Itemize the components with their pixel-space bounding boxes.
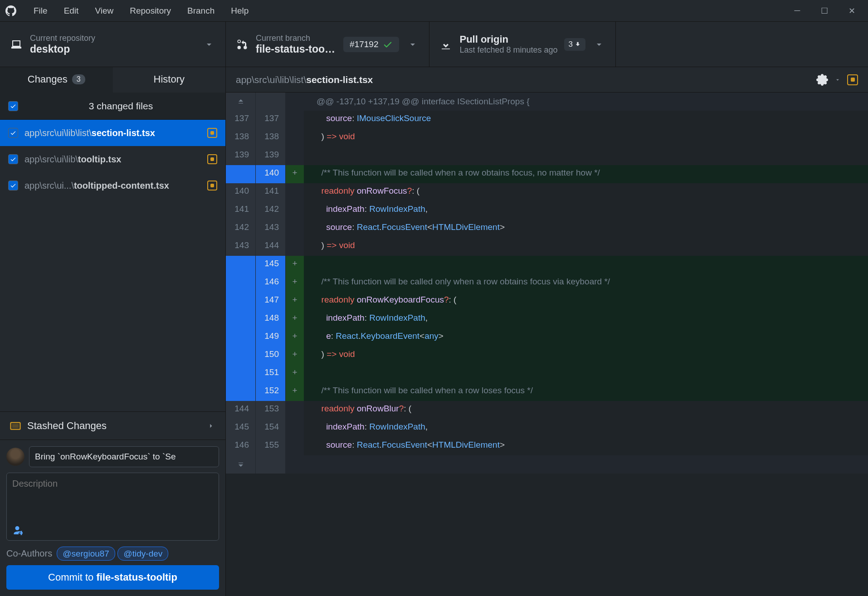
file-row[interactable]: app\src\ui...\tooltipped-content.tsx [0,172,225,199]
diff-marker [286,111,304,129]
line-number-new: 138 [256,129,286,147]
coauthor-pill[interactable]: @tidy-dev [117,547,168,561]
select-all-checkbox[interactable] [8,101,18,111]
menu-help[interactable]: Help [223,3,257,18]
line-number-new: 154 [256,419,286,437]
menu-repository[interactable]: Repository [122,3,179,18]
line-number-old [226,455,256,474]
diff-view[interactable]: @@ -137,10 +137,19 @@ interface ISection… [226,93,868,596]
line-number-new: 139 [256,147,286,165]
line-number-new [256,455,286,474]
repo-name: desktop [30,43,95,55]
file-path: app\src\ui\lib\list\section-list.tsx [24,128,203,138]
code-line: /** This function will be called only wh… [304,274,868,292]
hunk-header: @@ -137,10 +137,19 @@ interface ISection… [304,93,868,111]
diff-marker: + [286,274,304,292]
line-number-new: 144 [256,238,286,256]
line-number-old [226,310,256,328]
line-number-old: 143 [226,238,256,256]
pull-count: 3 [569,40,573,49]
menu-file[interactable]: File [25,3,56,18]
line-number-new: 145 [256,256,286,274]
line-number-new: 152 [256,383,286,401]
line-number-old: 138 [226,129,256,147]
github-logo-icon [5,5,16,16]
line-number-new: 142 [256,201,286,220]
line-number-old: 141 [226,201,256,220]
line-number-old: 146 [226,437,256,455]
code-line: ) => void [304,347,868,365]
sidebar: Changes 3 History 3 changed files app\sr… [0,67,226,596]
pr-badge[interactable]: #17192 [343,37,399,52]
commit-button[interactable]: Commit to file-status-tooltip [6,565,219,590]
line-number-new: 147 [256,292,286,310]
menu-view[interactable]: View [87,3,122,18]
line-number-old [226,292,256,310]
file-list: app\src\ui\lib\list\section-list.tsx app… [0,120,225,199]
repository-dropdown[interactable]: Current repository desktop [0,22,226,67]
diff-marker [286,220,304,238]
file-row[interactable]: app\src\ui\lib\list\section-list.tsx [0,120,225,146]
code-line: indexPath: RowIndexPath, [304,310,868,328]
stashed-changes[interactable]: Stashed Changes [0,411,225,440]
branch-label: Current branch [256,34,335,43]
diff-marker: + [286,256,304,274]
add-coauthor-button[interactable] [12,525,23,538]
diff-marker [286,455,304,474]
line-number-old [226,165,256,183]
line-number-new [256,93,286,111]
line-number-new: 140 [256,165,286,183]
pull-request-icon [237,39,248,50]
commit-summary-input[interactable] [29,446,219,467]
line-number-old: 145 [226,419,256,437]
repo-label: Current repository [30,34,95,43]
modified-icon [207,128,217,138]
coauthor-pill[interactable]: @sergiou87 [57,547,115,561]
close-button[interactable]: ✕ [841,2,863,20]
minimize-button[interactable]: ─ [786,2,808,20]
gear-icon[interactable] [816,74,828,86]
code-line: ) => void [304,238,868,256]
titlebar: FileEditViewRepositoryBranchHelp ─ ☐ ✕ [0,0,868,22]
chevron-down-icon[interactable] [834,77,841,83]
changed-files-header: 3 changed files [0,93,225,120]
diff-panel: app\src\ui\lib\list\section-list.tsx @@ … [226,67,868,596]
menu-branch[interactable]: Branch [179,3,223,18]
diff-marker [286,129,304,147]
pull-count-badge: 3 [564,38,585,51]
file-path-bar: app\src\ui\lib\list\section-list.tsx [226,67,868,93]
diff-marker [286,201,304,220]
pull-subtitle: Last fetched 8 minutes ago [459,45,557,55]
modified-icon [207,154,217,164]
tab-changes[interactable]: Changes 3 [0,67,113,93]
tab-history[interactable]: History [113,67,226,93]
modified-icon [847,74,858,85]
modified-icon [207,181,217,191]
line-number-old [226,93,256,111]
commit-btn-branch: file-status-tooltip [96,572,177,583]
file-checkbox[interactable] [8,128,18,138]
commit-btn-prefix: Commit to [48,572,96,583]
toolbar: Current repository desktop Current branc… [0,22,868,67]
file-path: app\src\ui\lib\tooltip.tsx [24,154,203,165]
menu-edit[interactable]: Edit [56,3,87,18]
line-number-new: 143 [256,220,286,238]
path-filename: section-list.tsx [306,74,373,85]
chevron-down-icon [204,39,215,50]
maximize-button[interactable]: ☐ [814,2,835,20]
pull-origin-button[interactable]: Pull origin Last fetched 8 minutes ago 3 [429,22,616,67]
code-line [304,147,868,165]
coauthors-row: Co-Authors @sergiou87 @tidy-dev [6,548,219,559]
file-row[interactable]: app\src\ui\lib\tooltip.tsx [0,146,225,172]
file-checkbox[interactable] [8,154,18,164]
file-checkbox[interactable] [8,181,18,191]
commit-description-input[interactable] [6,473,219,541]
code-line [304,256,868,274]
branch-name: file-status-too… [256,43,335,55]
code-line: ) => void [304,129,868,147]
line-number-new: 149 [256,328,286,347]
code-line: readonly onRowKeyboardFocus?: ( [304,292,868,310]
desktop-icon [11,39,22,50]
code-line: readonly onRowFocus?: ( [304,183,868,201]
branch-dropdown[interactable]: Current branch file-status-too… #17192 [226,22,429,67]
